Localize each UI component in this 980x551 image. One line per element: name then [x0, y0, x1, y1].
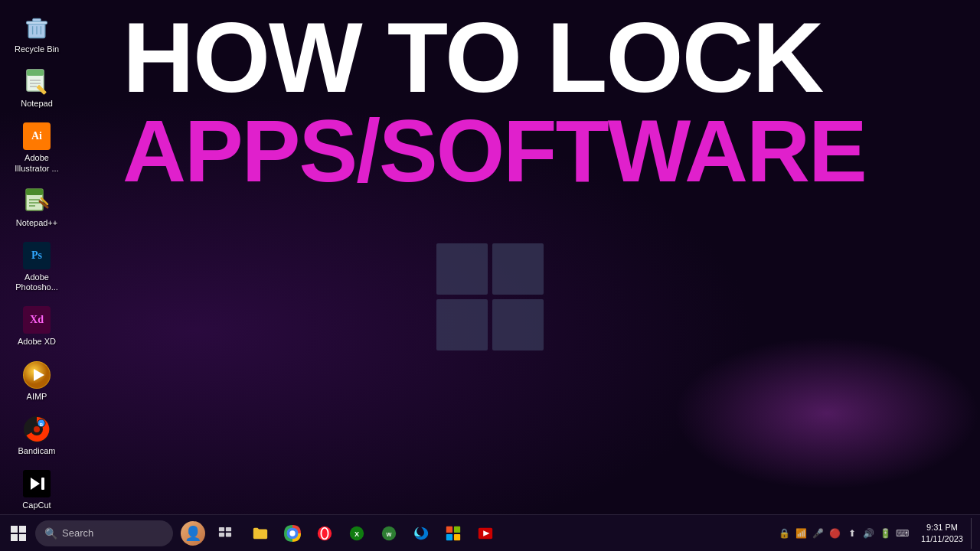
svg-rect-32 — [219, 533, 224, 536]
title-overlay: HOW TO LOCK APPS/SOFTWARE — [122, 0, 980, 195]
taskbar-search-icon: 🔍 — [44, 527, 57, 540]
tray-icon-2[interactable]: 📶 — [794, 526, 809, 541]
windows-logo — [436, 243, 544, 350]
capcut-app-icon — [21, 468, 52, 499]
tray-icon-5[interactable]: ⬆ — [844, 526, 860, 541]
bandicam-app-icon: B — [21, 414, 52, 445]
svg-point-35 — [289, 530, 295, 536]
aimp-label: AIMP — [27, 392, 47, 402]
desktop-icon-recycle-bin[interactable]: Recycle Bin — [6, 9, 67, 57]
taskbar-store[interactable] — [438, 518, 469, 549]
systray-icons: 🔒 📶 🎤 🔴 ⬆ 🔊 🔋 ⌨ — [777, 526, 910, 541]
desktop-icon-bandicam[interactable]: B Bandicam — [6, 411, 67, 459]
desktop-icon-xd[interactable]: Xd Adobe XD — [6, 302, 67, 350]
title-line1: HOW TO LOCK — [122, 8, 980, 107]
capcut-label: CapCut — [22, 500, 51, 510]
svg-rect-42 — [446, 526, 452, 532]
tray-icon-3[interactable]: 🎤 — [811, 526, 826, 541]
desktop-icon-ps[interactable]: Ps Adobe Photosho... — [6, 237, 67, 295]
win-tile-2 — [492, 243, 544, 295]
tray-icon-1[interactable]: 🔒 — [777, 526, 792, 541]
xd-app-icon: Xd — [21, 305, 52, 335]
taskbar-clock[interactable]: 9:31 PM 11/11/2023 — [916, 520, 968, 546]
taskbar-edge[interactable] — [406, 518, 436, 549]
tray-icon-7[interactable]: 🔋 — [878, 526, 893, 541]
desktop-icon-notepad[interactable]: Notepad — [6, 64, 67, 112]
svg-point-21 — [34, 426, 40, 432]
notepadpp-icon — [21, 186, 52, 217]
taskbar: 🔍 Search 👤 — [0, 514, 980, 551]
taskbar-chrome[interactable] — [277, 518, 308, 549]
svg-rect-33 — [226, 533, 231, 536]
notepadpp-label: Notepad++ — [16, 218, 57, 228]
svg-rect-2 — [33, 18, 41, 21]
start-button[interactable] — [3, 518, 34, 549]
ps-label: Adobe Photosho... — [9, 272, 64, 292]
taskbar-search-text: Search — [62, 527, 93, 539]
desktop-icon-ai[interactable]: Ai Adobe Illustrator ... — [6, 118, 67, 176]
tray-icon-8[interactable]: ⌨ — [895, 526, 910, 541]
notepad-label: Notepad — [21, 99, 53, 109]
desktop-icon-notepadpp[interactable]: Notepad++ — [6, 183, 67, 231]
svg-text:W: W — [387, 530, 392, 537]
taskbar-search[interactable]: 🔍 Search — [35, 520, 173, 546]
taskbar-xbox[interactable]: X — [341, 518, 372, 549]
ai-app-icon: Ai — [21, 121, 52, 152]
taskbar-media[interactable] — [470, 518, 501, 549]
title-line2: APPS/SOFTWARE — [122, 107, 980, 195]
taskbar-app-5[interactable]: W — [374, 518, 404, 549]
svg-rect-31 — [226, 527, 231, 530]
taskbar-opera[interactable] — [309, 518, 340, 549]
svg-rect-28 — [11, 534, 18, 541]
svg-rect-43 — [454, 526, 460, 532]
svg-rect-45 — [454, 533, 460, 540]
clock-date: 11/11/2023 — [921, 533, 963, 544]
taskbar-people-button[interactable]: 👤 — [178, 518, 208, 549]
notepad-icon — [21, 67, 52, 97]
svg-text:X: X — [354, 530, 360, 537]
svg-rect-13 — [26, 189, 43, 195]
ai-label: Adobe Illustrator ... — [9, 153, 64, 173]
aimp-app-icon — [21, 360, 52, 390]
svg-rect-25 — [41, 478, 44, 490]
svg-text:B: B — [40, 422, 44, 426]
svg-rect-30 — [219, 527, 224, 530]
clock-time: 9:31 PM — [926, 522, 958, 533]
taskbar-file-explorer[interactable] — [245, 518, 276, 549]
svg-rect-1 — [27, 21, 47, 24]
win-tile-3 — [436, 299, 488, 350]
recycle-bin-icon — [21, 12, 52, 43]
desktop-icons-area: Recycle Bin Notepad Ai Adobe Illustrator… — [0, 0, 107, 514]
taskbar-system-tray: 🔒 📶 🎤 🔴 ⬆ 🔊 🔋 ⌨ 9:31 PM 11/11/2023 — [777, 518, 977, 549]
xd-label: Adobe XD — [18, 337, 56, 347]
tray-icon-4[interactable]: 🔴 — [828, 526, 843, 541]
win-tile-1 — [436, 243, 488, 295]
desktop-icon-aimp[interactable]: AIMP — [6, 357, 67, 405]
svg-rect-27 — [19, 526, 26, 533]
recycle-bin-label: Recycle Bin — [15, 44, 59, 54]
win-tile-4 — [492, 299, 544, 350]
svg-rect-29 — [19, 534, 26, 541]
desktop-icon-capcut[interactable]: CapCut — [6, 465, 67, 514]
show-desktop-button[interactable] — [971, 518, 977, 549]
svg-rect-44 — [446, 533, 452, 540]
svg-rect-7 — [27, 70, 44, 76]
ps-app-icon: Ps — [21, 240, 52, 271]
bandicam-label: Bandicam — [18, 446, 56, 456]
tray-icon-6[interactable]: 🔊 — [861, 526, 877, 541]
taskbar-pinned-apps: X W — [245, 518, 501, 549]
taskbar-taskview-button[interactable] — [210, 518, 240, 549]
svg-rect-26 — [11, 526, 18, 533]
